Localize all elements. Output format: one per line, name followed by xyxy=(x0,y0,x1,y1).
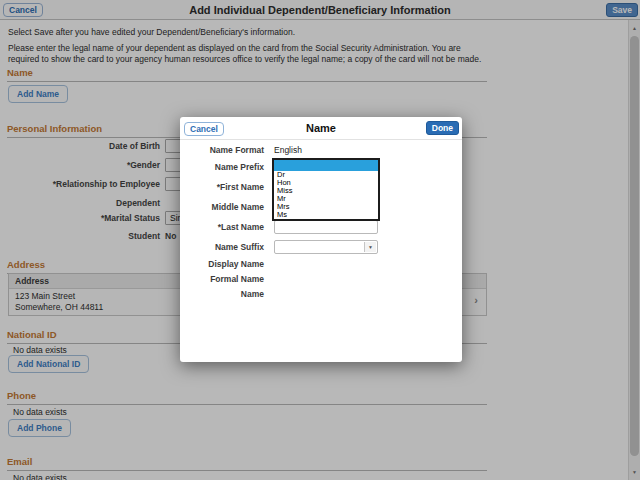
app-window: Add Individual Dependent/Beneficiary Inf… xyxy=(0,0,640,480)
name-prefix-label: Name Prefix xyxy=(180,160,264,174)
name-format-label: Name Format xyxy=(180,143,264,157)
modal-done-button[interactable]: Done xyxy=(426,121,459,135)
name-prefix-dropdown-list: Dr Hon Miss Mr Mrs Ms xyxy=(272,158,380,221)
last-name-label: *Last Name xyxy=(180,220,264,234)
name-format-value: English xyxy=(274,143,302,157)
name-suffix-label: Name Suffix xyxy=(180,240,264,254)
modal-row-last-name: *Last Name xyxy=(180,220,462,234)
first-name-label: *First Name xyxy=(180,180,264,194)
last-name-input[interactable] xyxy=(274,220,378,234)
display-name-label: Display Name xyxy=(180,257,264,271)
select-dropdown-icon[interactable]: ▼ xyxy=(364,242,376,252)
name-suffix-select[interactable]: ▼ xyxy=(274,240,378,254)
prefix-option-miss[interactable]: Miss xyxy=(274,187,378,195)
prefix-option-mrs[interactable]: Mrs xyxy=(274,203,378,211)
modal-row-display-name: Display Name xyxy=(180,257,462,271)
name-modal-header: Name Cancel Done xyxy=(180,117,462,140)
modal-row-name: Name xyxy=(180,287,462,301)
modal-row-formal-name: Formal Name xyxy=(180,272,462,286)
modal-cancel-button[interactable]: Cancel xyxy=(184,122,224,136)
prefix-option-ms[interactable]: Ms xyxy=(274,211,378,219)
middle-name-label: Middle Name xyxy=(180,200,264,214)
prefix-option-blank-selected[interactable] xyxy=(274,160,378,171)
name-modal: Name Cancel Done Name Format English Nam… xyxy=(180,117,462,362)
modal-row-name-suffix: Name Suffix ▼ xyxy=(180,240,462,254)
modal-row-name-format: Name Format English xyxy=(180,143,462,157)
name-label: Name xyxy=(180,287,264,301)
formal-name-label: Formal Name xyxy=(180,272,264,286)
